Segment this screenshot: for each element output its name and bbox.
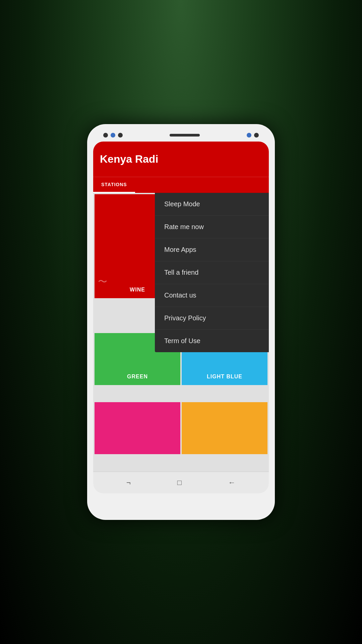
dot-5 bbox=[254, 133, 259, 138]
green-label: GREEN bbox=[127, 374, 148, 380]
grid-wrapper: 〜 WINE GREEN LIGHT BLUE bbox=[93, 193, 269, 472]
phone-frame: Kenya Radi STATIONS 〜 WINE bbox=[87, 124, 275, 520]
phone-screen: Kenya Radi STATIONS 〜 WINE bbox=[93, 142, 269, 493]
dot-3 bbox=[118, 133, 123, 138]
grid-cell-pink[interactable] bbox=[95, 402, 180, 454]
tab-stations[interactable]: STATIONS bbox=[93, 177, 135, 193]
menu-item-sleep-mode[interactable]: Sleep Mode bbox=[155, 193, 269, 216]
phone-top-bar bbox=[93, 130, 269, 142]
home-icon[interactable]: □ bbox=[177, 478, 182, 487]
grid-cell-orange[interactable] bbox=[182, 402, 267, 454]
dot-group-left bbox=[103, 133, 123, 138]
dropdown-menu: Sleep Mode Rate me now More Apps Tell a … bbox=[155, 193, 269, 352]
lightblue-label: LIGHT BLUE bbox=[207, 374, 242, 380]
menu-item-rate-me-now[interactable]: Rate me now bbox=[155, 216, 269, 238]
app-title: Kenya Radi bbox=[100, 153, 158, 165]
menu-item-more-apps[interactable]: More Apps bbox=[155, 238, 269, 261]
menu-item-term-of-use[interactable]: Term of Use bbox=[155, 330, 269, 352]
app-header: Kenya Radi bbox=[93, 142, 269, 177]
menu-item-contact-us[interactable]: Contact us bbox=[155, 284, 269, 307]
dot-group-right bbox=[247, 133, 259, 138]
dot-4 bbox=[247, 133, 251, 138]
nav-bar: ⌐ □ ← bbox=[93, 472, 269, 493]
phone-speaker bbox=[170, 134, 200, 137]
menu-item-privacy-policy[interactable]: Privacy Policy bbox=[155, 307, 269, 330]
dot-2 bbox=[111, 133, 115, 138]
tab-bar: STATIONS bbox=[93, 177, 269, 193]
menu-item-tell-a-friend[interactable]: Tell a friend bbox=[155, 261, 269, 284]
dot-1 bbox=[103, 133, 108, 138]
wave-icon: 〜 bbox=[98, 275, 107, 288]
app-content: Kenya Radi STATIONS 〜 WINE bbox=[93, 142, 269, 493]
recent-apps-icon[interactable]: ⌐ bbox=[126, 478, 131, 487]
back-icon[interactable]: ← bbox=[228, 478, 236, 487]
wine-label: WINE bbox=[130, 287, 145, 293]
